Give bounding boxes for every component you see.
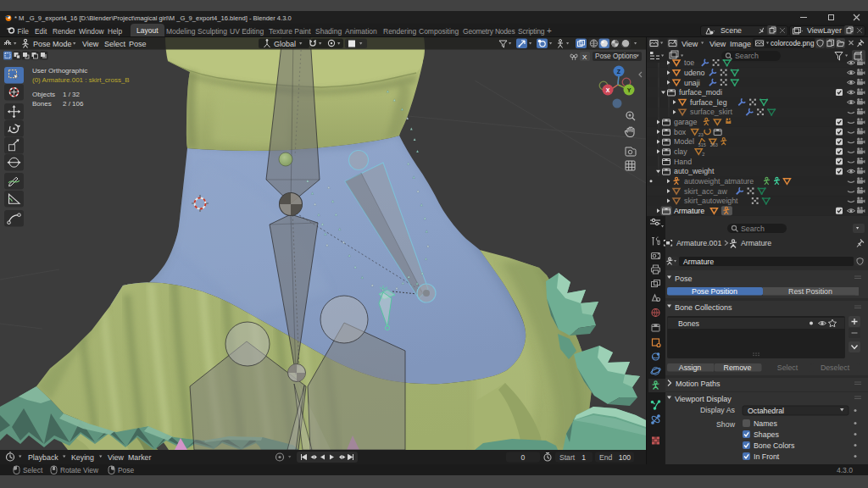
svg-text:Bone Collections: Bone Collections	[675, 303, 732, 312]
svg-text:Image: Image	[730, 40, 751, 48]
svg-text:View: View	[82, 40, 99, 48]
svg-text:515: 515	[698, 142, 706, 147]
svg-text:In Front: In Front	[754, 452, 780, 461]
svg-text:udeno: udeno	[684, 69, 705, 77]
svg-text:autoweight_atmature: autoweight_atmature	[684, 177, 754, 186]
svg-text:Playback: Playback	[28, 453, 58, 462]
svg-text:Y: Y	[627, 87, 632, 93]
svg-text:Keying: Keying	[71, 453, 94, 462]
svg-text:X: X	[606, 87, 610, 93]
svg-text:garage: garage	[674, 118, 697, 126]
svg-text:Rotate View: Rotate View	[60, 466, 99, 474]
svg-text:View: View	[682, 40, 698, 48]
svg-text:4.3.0: 4.3.0	[837, 466, 853, 474]
svg-text:Armature: Armature	[674, 207, 704, 215]
svg-text:X: X	[582, 53, 587, 61]
svg-text:100: 100	[619, 453, 632, 462]
svg-text:1 / 32: 1 / 32	[63, 91, 81, 98]
svg-text:Global: Global	[274, 40, 296, 48]
svg-text:furface_modi: furface_modi	[679, 88, 722, 97]
svg-text:Marker: Marker	[128, 453, 151, 462]
svg-text:Assign: Assign	[679, 363, 702, 372]
svg-text:toe: toe	[684, 58, 694, 67]
svg-text:Select: Select	[777, 363, 798, 372]
svg-text:Bones: Bones	[32, 100, 52, 108]
svg-text:Deselect: Deselect	[821, 363, 850, 372]
svg-text:Z: Z	[617, 69, 621, 75]
svg-text:Shapes: Shapes	[754, 430, 779, 439]
svg-text:Motion Paths: Motion Paths	[676, 380, 721, 388]
svg-text:263: 263	[710, 142, 718, 147]
svg-text:Armature: Armature	[683, 258, 714, 266]
svg-text:Armature: Armature	[741, 239, 771, 247]
svg-text:skirt_acc_aw: skirt_acc_aw	[684, 187, 727, 196]
svg-text:End: End	[599, 453, 613, 462]
svg-text:Search: Search	[735, 52, 759, 60]
svg-text:View: View	[709, 40, 726, 48]
svg-text:auto_weight: auto_weight	[674, 167, 715, 175]
svg-text:Bones: Bones	[678, 319, 700, 328]
svg-text:Octahedral: Octahedral	[748, 407, 784, 415]
svg-text:2 / 106: 2 / 106	[63, 100, 84, 108]
svg-text:Select: Select	[104, 40, 126, 48]
svg-text:Pose Mode: Pose Mode	[33, 40, 72, 48]
svg-text:Pose Options: Pose Options	[595, 53, 637, 60]
svg-text:Show: Show	[716, 420, 736, 429]
svg-text:Pose: Pose	[675, 274, 693, 283]
svg-text:Search: Search	[741, 225, 765, 233]
svg-text:Display As: Display As	[700, 406, 736, 414]
svg-text:Hand: Hand	[674, 158, 692, 166]
svg-text:Select: Select	[23, 466, 43, 474]
svg-text:Pose: Pose	[118, 466, 134, 474]
svg-text:unaji: unaji	[684, 79, 700, 87]
svg-text:2: 2	[702, 152, 704, 157]
svg-text:Start: Start	[559, 453, 576, 462]
svg-text:Model: Model	[674, 137, 694, 146]
svg-text:Armature.001: Armature.001	[676, 239, 721, 247]
svg-text:Pose Position: Pose Position	[692, 287, 737, 296]
svg-text:clay: clay	[674, 147, 687, 156]
svg-text:User Orthographic: User Orthographic	[32, 67, 87, 75]
svg-text:0: 0	[521, 453, 526, 462]
svg-text:skirt_autoweight: skirt_autoweight	[684, 197, 738, 205]
svg-text:Names: Names	[754, 419, 777, 428]
svg-text:Objects: Objects	[32, 91, 55, 98]
svg-text:box: box	[674, 128, 687, 136]
svg-text:(0) Armature.001 : skirt_cross: (0) Armature.001 : skirt_cross_B	[32, 76, 130, 84]
svg-text:View: View	[108, 453, 125, 462]
svg-text:Bone Colors: Bone Colors	[754, 441, 795, 450]
svg-text:Remove: Remove	[724, 363, 752, 372]
svg-text:Pose: Pose	[129, 40, 147, 48]
svg-text:surface_skirt: surface_skirt	[690, 108, 732, 116]
svg-text:Rest Position: Rest Position	[788, 287, 832, 296]
svg-text:23: 23	[698, 132, 704, 137]
svg-text:colorcode.png: colorcode.png	[771, 40, 815, 47]
svg-text:Viewport Display: Viewport Display	[675, 395, 732, 403]
svg-text:1: 1	[581, 453, 586, 462]
svg-text:furface_leg: furface_leg	[690, 98, 727, 107]
